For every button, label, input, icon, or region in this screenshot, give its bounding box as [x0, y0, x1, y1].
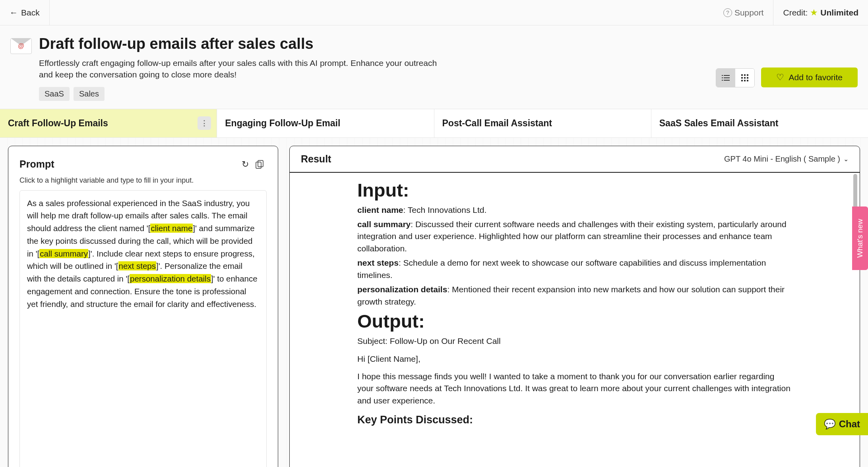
- list-view-button[interactable]: [716, 69, 735, 87]
- svg-rect-4: [722, 80, 723, 81]
- tab-label: SaaS Sales Email Assistant: [659, 118, 779, 128]
- svg-rect-0: [722, 75, 723, 76]
- output-body-1: I hope this message finds you well! I wa…: [357, 371, 792, 407]
- credit-value: Unlimited: [820, 8, 858, 17]
- tab-engaging-follow-up[interactable]: Engaging Follow-Up Email: [217, 109, 434, 137]
- chat-bubble-icon: 💬: [824, 419, 836, 430]
- whats-new-label: What's new: [856, 219, 864, 258]
- refresh-icon: ↻: [242, 159, 249, 170]
- chat-fab[interactable]: 💬 Chat: [816, 413, 868, 435]
- star-icon: ★: [810, 8, 818, 18]
- svg-rect-7: [744, 74, 746, 76]
- svg-rect-15: [256, 162, 261, 168]
- page-header: @ Draft follow-up emails after sales cal…: [0, 25, 868, 109]
- result-sample-select[interactable]: GPT 4o Mini - English ( Sample ) ⌄: [724, 154, 849, 164]
- list-icon: [722, 75, 730, 81]
- prompt-helper-text: Click to a highlight variable and type t…: [19, 176, 267, 185]
- copy-icon: [256, 160, 264, 169]
- prompt-editor[interactable]: As a sales professional experienced in t…: [19, 190, 267, 467]
- output-subheading: Key Points Discussed:: [357, 414, 792, 426]
- input-client-name: client name: Tech Innovations Ltd.: [357, 204, 792, 216]
- credit-label: Credit:: [783, 8, 808, 17]
- svg-rect-8: [747, 74, 748, 76]
- svg-rect-5: [724, 80, 730, 81]
- envelope-icon: @: [10, 38, 32, 54]
- tab-craft-follow-up[interactable]: Craft Follow-Up Emails ⋮: [0, 109, 217, 137]
- input-personalization: personalization details: Mentioned their…: [357, 284, 792, 308]
- svg-rect-12: [741, 80, 743, 81]
- input-next-steps: next steps: Schedule a demo for next wee…: [357, 257, 792, 281]
- svg-rect-13: [744, 80, 746, 81]
- whats-new-tab[interactable]: What's new: [852, 206, 868, 270]
- prompt-title: Prompt: [19, 158, 238, 170]
- variable-client-name[interactable]: client name: [150, 224, 193, 233]
- help-icon: ?: [723, 8, 732, 17]
- credit-display: Credit: ★ Unlimited: [773, 8, 868, 18]
- chevron-down-icon: ⌄: [843, 155, 849, 163]
- variable-next-steps[interactable]: next steps: [118, 261, 156, 270]
- result-title: Result: [301, 153, 331, 165]
- page-subtitle: Effortlessly craft engaging follow-up em…: [39, 57, 444, 81]
- support-label: Support: [734, 8, 764, 17]
- output-subject: Subject: Follow-Up on Our Recent Call: [357, 335, 792, 347]
- tag-sales[interactable]: Sales: [74, 87, 105, 101]
- svg-rect-11: [747, 77, 748, 79]
- tab-saas-sales-assistant[interactable]: SaaS Sales Email Assistant: [651, 109, 868, 137]
- grid-view-button[interactable]: [735, 69, 754, 87]
- svg-rect-10: [744, 77, 746, 79]
- variable-personalization[interactable]: personalization details: [130, 274, 211, 283]
- back-button[interactable]: ← Back: [0, 0, 50, 25]
- output-greeting: Hi [Client Name],: [357, 353, 792, 365]
- result-select-label: GPT 4o Mini - English ( Sample ): [724, 154, 840, 164]
- tab-label: Craft Follow-Up Emails: [8, 118, 108, 128]
- arrow-left-icon: ←: [10, 8, 18, 17]
- svg-rect-2: [722, 77, 723, 78]
- result-panel: Result GPT 4o Mini - English ( Sample ) …: [289, 146, 860, 467]
- content-area: Prompt ↻ Click to a highlight variable a…: [0, 138, 868, 467]
- svg-rect-9: [741, 77, 743, 79]
- tab-label: Post-Call Email Assistant: [442, 118, 552, 128]
- svg-rect-3: [724, 77, 730, 78]
- top-bar: ← Back ? Support Credit: ★ Unlimited: [0, 0, 868, 25]
- copy-prompt-button[interactable]: [252, 157, 267, 172]
- svg-rect-1: [724, 75, 730, 76]
- refresh-button[interactable]: ↻: [238, 157, 252, 172]
- prompt-tabs: Craft Follow-Up Emails ⋮ Engaging Follow…: [0, 109, 868, 138]
- chat-label: Chat: [839, 419, 860, 430]
- add-to-favorite-button[interactable]: ♡ Add to favorite: [761, 68, 858, 87]
- tab-menu-button[interactable]: ⋮: [198, 116, 211, 130]
- input-call-summary: call summary: Discussed their current so…: [357, 218, 792, 255]
- view-toggle: [716, 68, 755, 87]
- favorite-label: Add to favorite: [789, 73, 843, 82]
- svg-rect-14: [747, 80, 748, 81]
- input-heading: Input:: [357, 179, 792, 201]
- variable-call-summary[interactable]: call summary: [39, 249, 88, 258]
- page-title: Draft follow-up emails after sales calls: [39, 36, 444, 52]
- tag-saas[interactable]: SaaS: [39, 87, 70, 101]
- grid-icon: [741, 74, 748, 81]
- back-label: Back: [21, 8, 40, 17]
- output-heading: Output:: [357, 310, 792, 332]
- svg-rect-16: [258, 160, 263, 167]
- more-vertical-icon: ⋮: [201, 119, 208, 127]
- result-body[interactable]: Input: client name: Tech Innovations Ltd…: [290, 173, 860, 467]
- tab-post-call-assistant[interactable]: Post-Call Email Assistant: [434, 109, 651, 137]
- heart-icon: ♡: [776, 72, 784, 83]
- svg-rect-6: [741, 74, 743, 76]
- support-link[interactable]: ? Support: [714, 0, 774, 25]
- tab-label: Engaging Follow-Up Email: [225, 118, 340, 128]
- prompt-panel: Prompt ↻ Click to a highlight variable a…: [8, 146, 278, 467]
